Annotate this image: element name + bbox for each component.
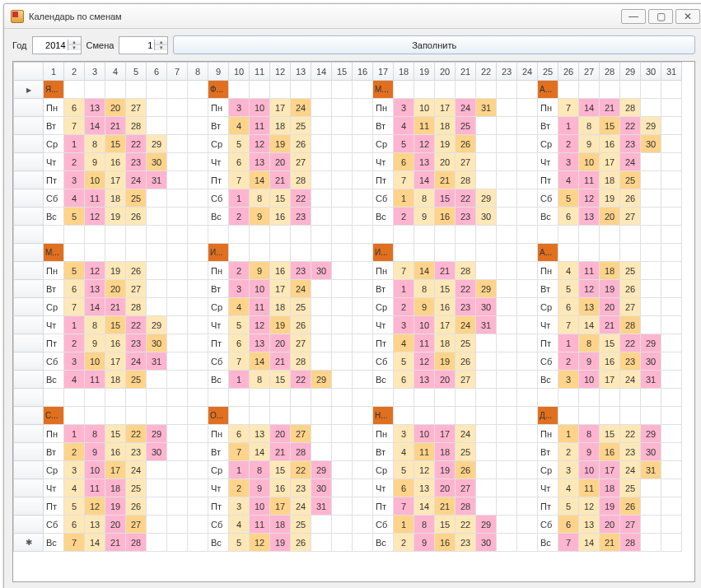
day-cell[interactable]: 8 — [85, 135, 105, 153]
cell[interactable] — [167, 497, 188, 516]
day-cell[interactable]: 7 — [229, 171, 250, 189]
weekday-label[interactable]: Пт — [538, 334, 558, 352]
cell[interactable] — [229, 244, 250, 262]
day-cell[interactable]: 17 — [270, 497, 291, 516]
cell[interactable] — [167, 189, 188, 208]
day-cell[interactable]: 7 — [558, 316, 579, 334]
day-cell[interactable]: 21 — [270, 352, 291, 371]
cell[interactable] — [270, 389, 291, 407]
cell[interactable] — [147, 461, 167, 479]
day-cell[interactable]: 14 — [85, 117, 105, 135]
weekday-label[interactable]: Вс — [538, 208, 558, 226]
cell[interactable] — [167, 407, 188, 425]
row-header[interactable] — [14, 334, 44, 352]
cell[interactable] — [311, 244, 332, 262]
day-cell[interactable]: 15 — [600, 425, 620, 443]
day-cell[interactable]: 13 — [250, 334, 270, 352]
cell[interactable] — [497, 389, 517, 407]
day-cell[interactable]: 31 — [476, 316, 497, 334]
cell[interactable] — [353, 461, 373, 479]
day-cell[interactable]: 12 — [85, 497, 105, 516]
day-cell[interactable]: 25 — [291, 298, 311, 316]
day-cell[interactable]: 18 — [600, 479, 620, 497]
cell[interactable] — [188, 479, 208, 497]
day-cell[interactable]: 17 — [105, 461, 126, 479]
day-cell[interactable]: 14 — [414, 171, 435, 189]
cell[interactable] — [188, 99, 208, 117]
weekday-label[interactable]: Вт — [373, 280, 394, 298]
day-cell[interactable]: 5 — [394, 352, 414, 371]
day-cell[interactable]: 13 — [250, 153, 270, 171]
day-cell[interactable]: 16 — [600, 443, 620, 461]
row-header[interactable] — [14, 189, 44, 208]
cell[interactable] — [435, 407, 456, 425]
day-cell[interactable]: 3 — [394, 99, 414, 117]
weekday-label[interactable]: Чт — [373, 153, 394, 171]
cell[interactable] — [167, 135, 188, 153]
cell[interactable] — [579, 81, 600, 99]
cell[interactable] — [476, 117, 497, 135]
day-cell[interactable]: 27 — [126, 280, 147, 298]
cell[interactable] — [620, 226, 641, 244]
cell[interactable] — [353, 280, 373, 298]
day-cell[interactable]: 10 — [250, 99, 270, 117]
cell[interactable] — [641, 208, 661, 226]
day-cell[interactable]: 30 — [476, 208, 497, 226]
cell[interactable] — [311, 534, 332, 552]
day-cell[interactable]: 3 — [558, 371, 579, 389]
day-cell[interactable]: 25 — [456, 334, 476, 352]
cell[interactable] — [661, 208, 682, 226]
cell[interactable] — [188, 371, 208, 389]
weekday-label[interactable]: Пт — [373, 171, 394, 189]
cell[interactable] — [517, 117, 538, 135]
cell[interactable] — [517, 298, 538, 316]
cell[interactable] — [661, 280, 682, 298]
cell[interactable] — [394, 226, 414, 244]
day-cell[interactable]: 21 — [435, 497, 456, 516]
day-cell[interactable]: 18 — [105, 479, 126, 497]
weekday-label[interactable]: Сб — [44, 189, 64, 208]
row-header[interactable] — [14, 425, 44, 443]
cell[interactable] — [332, 352, 353, 371]
cell[interactable] — [476, 443, 497, 461]
row-header[interactable] — [14, 298, 44, 316]
day-cell[interactable]: 12 — [250, 316, 270, 334]
cell[interactable] — [291, 81, 311, 99]
cell[interactable] — [332, 99, 353, 117]
day-cell[interactable]: 22 — [620, 117, 641, 135]
cell[interactable] — [147, 81, 167, 99]
day-cell[interactable]: 19 — [435, 352, 456, 371]
day-cell[interactable]: 9 — [85, 334, 105, 352]
day-cell[interactable]: 19 — [270, 316, 291, 334]
cell[interactable] — [517, 334, 538, 352]
weekday-label[interactable]: Пн — [373, 425, 394, 443]
row-header[interactable] — [14, 99, 44, 117]
day-cell[interactable]: 14 — [579, 534, 600, 552]
cell[interactable] — [517, 516, 538, 534]
day-cell[interactable]: 4 — [394, 443, 414, 461]
cell[interactable] — [332, 461, 353, 479]
weekday-label[interactable]: Чт — [208, 316, 229, 334]
cell[interactable] — [353, 371, 373, 389]
cell[interactable] — [147, 99, 167, 117]
day-cell[interactable]: 21 — [600, 99, 620, 117]
cell[interactable] — [332, 226, 353, 244]
cell[interactable] — [476, 262, 497, 280]
day-cell[interactable]: 9 — [414, 534, 435, 552]
day-cell[interactable]: 3 — [229, 280, 250, 298]
day-cell[interactable]: 29 — [641, 425, 661, 443]
day-cell[interactable]: 9 — [414, 208, 435, 226]
cell[interactable] — [126, 81, 147, 99]
cell[interactable] — [167, 298, 188, 316]
day-cell[interactable]: 4 — [229, 298, 250, 316]
cell[interactable] — [435, 226, 456, 244]
day-cell[interactable]: 12 — [579, 497, 600, 516]
cell[interactable] — [517, 371, 538, 389]
day-cell[interactable]: 6 — [229, 334, 250, 352]
day-cell[interactable]: 16 — [270, 479, 291, 497]
day-cell[interactable]: 20 — [270, 153, 291, 171]
cell[interactable] — [353, 81, 373, 99]
day-cell[interactable]: 25 — [620, 479, 641, 497]
weekday-label[interactable]: Сб — [208, 189, 229, 208]
cell[interactable] — [311, 208, 332, 226]
